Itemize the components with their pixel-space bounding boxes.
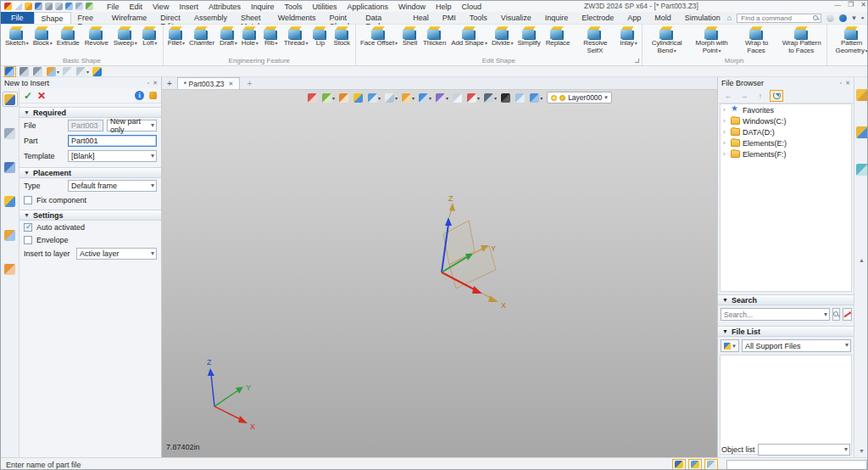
save-icon[interactable] [35, 3, 42, 10]
scroll-up-icon[interactable]: ▲ [859, 257, 865, 263]
search-combo[interactable] [721, 308, 830, 321]
section-placement[interactable]: ▼Placement [19, 167, 161, 178]
status-file-icon[interactable] [704, 459, 718, 470]
manager-tab-history[interactable] [3, 126, 18, 141]
ribbon-button[interactable]: Extrude [55, 25, 82, 48]
scroll-down-icon[interactable]: ▼ [859, 448, 865, 454]
envelope-checkbox[interactable] [24, 236, 32, 244]
side-tab-folder[interactable] [856, 89, 868, 104]
fix-component-checkbox[interactable] [24, 196, 32, 204]
ribbon-tab[interactable]: App [620, 12, 648, 24]
back-icon[interactable]: ← [721, 90, 735, 102]
ribbon-button[interactable]: Stock [331, 25, 353, 48]
ribbon-button[interactable]: Divide▾ [490, 25, 515, 48]
section-search[interactable]: ▼Search [718, 294, 854, 305]
file-mode-dropdown[interactable]: New part only [107, 120, 157, 131]
ribbon-button[interactable]: Block▾ [31, 25, 54, 48]
insert-layer-dropdown[interactable]: Active layer [76, 248, 157, 260]
ribbon-tab[interactable]: Inquire [538, 12, 576, 24]
picture-filter-icon[interactable]: ▾ [47, 67, 59, 76]
status-display-icon[interactable] [688, 459, 702, 470]
file-tree-item[interactable]: › DATA(D:) [721, 126, 851, 137]
ribbon-button[interactable]: Sweep▾ [112, 25, 139, 48]
restore-icon[interactable]: ❐ [848, 1, 854, 8]
ribbon-button[interactable]: Shell [400, 25, 420, 48]
ribbon-button[interactable]: Inlay▾ [618, 25, 638, 48]
minimize-icon[interactable]: — [834, 1, 841, 8]
ribbon-tab[interactable]: Weldments [271, 12, 323, 24]
ribbon-button[interactable]: Wrap to Faces [735, 25, 779, 54]
manager-tab-visual[interactable] [3, 227, 18, 243]
ribbon-tab[interactable]: Point Cloud [323, 12, 359, 24]
ribbon-button[interactable]: Morph with Point▾ [690, 25, 734, 54]
ribbon-button[interactable]: Resolve SelfX [573, 25, 617, 54]
ribbon-button[interactable]: Rib▾ [261, 25, 281, 48]
refresh-button[interactable] [770, 90, 783, 102]
view-mode-button[interactable]: ▾ [721, 339, 739, 352]
menu-item[interactable]: Cloud [457, 2, 487, 12]
dock-icon[interactable]: ▫ [147, 80, 149, 87]
help-icon[interactable] [826, 14, 834, 22]
ok-button[interactable]: ✓ [24, 90, 32, 102]
ribbon-tab[interactable]: PMI [436, 12, 463, 24]
ribbon-tab[interactable]: Simulation [678, 12, 727, 24]
menu-item[interactable]: Edit [125, 2, 148, 12]
menu-item[interactable]: View [147, 2, 174, 12]
regen-icon[interactable] [86, 3, 93, 10]
ribbon-tab[interactable]: Mold [648, 12, 678, 24]
menu-item[interactable]: Applications [342, 2, 394, 12]
ribbon-button[interactable]: Hole▾ [240, 25, 260, 48]
ribbon-button[interactable]: Draft▾ [218, 25, 239, 48]
ribbon-button[interactable]: Loft▾ [140, 25, 160, 48]
ribbon-button[interactable]: Fillet▾ [166, 25, 186, 48]
expand-chevron-icon[interactable]: › [723, 106, 728, 114]
side-tab-shape-browser[interactable] [856, 164, 868, 179]
close-tab-icon[interactable]: ✕ [229, 81, 234, 87]
ribbon-button[interactable]: Pattern Geometry▾ [830, 25, 868, 54]
find-command-box[interactable] [737, 14, 821, 23]
ribbon-button[interactable]: Cylindrical Bend▾ [645, 25, 689, 54]
home-icon[interactable]: ⌂ [727, 14, 732, 22]
open-file-icon[interactable] [25, 3, 32, 10]
file-tree-item[interactable]: › Windows(C:) [721, 115, 851, 126]
expand-chevron-icon[interactable]: › [723, 128, 728, 136]
expand-chevron-icon[interactable]: › [723, 150, 728, 158]
clear-search-button[interactable] [843, 308, 852, 321]
ribbon-button[interactable]: Wrap Pattern to Faces [780, 25, 824, 54]
ribbon-tab[interactable]: Data Exchange [359, 12, 406, 24]
side-tab-reuse-library[interactable] [856, 126, 868, 142]
redo-icon[interactable] [75, 3, 83, 10]
ribbon-tab[interactable]: Tools [463, 12, 494, 24]
expand-chevron-icon[interactable]: › [723, 117, 728, 125]
up-icon[interactable]: ↑ [754, 90, 767, 102]
dock-icon[interactable]: ▫ [840, 80, 842, 87]
ribbon-tab[interactable]: Heal [406, 12, 436, 24]
menu-item[interactable]: Inquire [246, 2, 280, 12]
part-name-input[interactable]: Part001 [68, 135, 157, 147]
object-list-dropdown[interactable] [758, 444, 850, 456]
menu-item[interactable]: File [102, 2, 125, 12]
pick-filter-icon[interactable] [4, 66, 16, 77]
add-filter-icon[interactable] [19, 67, 30, 76]
template-dropdown[interactable]: [Blank] [68, 150, 157, 162]
ribbon-tab[interactable]: Wireframe [105, 12, 154, 24]
zw3d-logo[interactable] [4, 3, 12, 10]
file-tree-item[interactable]: › Elements(F:) [721, 148, 851, 159]
modeling-canvas[interactable]: ▾ ▾ ▾ ▾ [162, 90, 717, 457]
account-icon[interactable] [839, 14, 847, 22]
file-list-area[interactable] [720, 355, 852, 455]
ribbon-button[interactable]: Thicken [421, 25, 448, 48]
ribbon-tab[interactable]: Shape [34, 12, 71, 24]
ribbon-button[interactable]: Thread▾ [282, 25, 310, 48]
manager-tab-user[interactable] [3, 261, 18, 277]
ribbon-tab[interactable]: Electrode [575, 12, 620, 24]
minimize-ribbon-icon[interactable]: ▾ [852, 14, 856, 22]
ribbon-tab[interactable]: Assembly [187, 12, 234, 24]
polygon-pick-icon[interactable] [63, 67, 73, 76]
quick-refresh-icon[interactable] [92, 67, 103, 76]
new-document-icon[interactable]: + [162, 79, 177, 89]
ribbon-button[interactable]: Add Shape▾ [449, 25, 489, 48]
menu-item[interactable]: Utilities [307, 2, 342, 12]
manager-tab-layer[interactable] [3, 193, 18, 209]
menu-item[interactable]: Insert [174, 2, 203, 12]
